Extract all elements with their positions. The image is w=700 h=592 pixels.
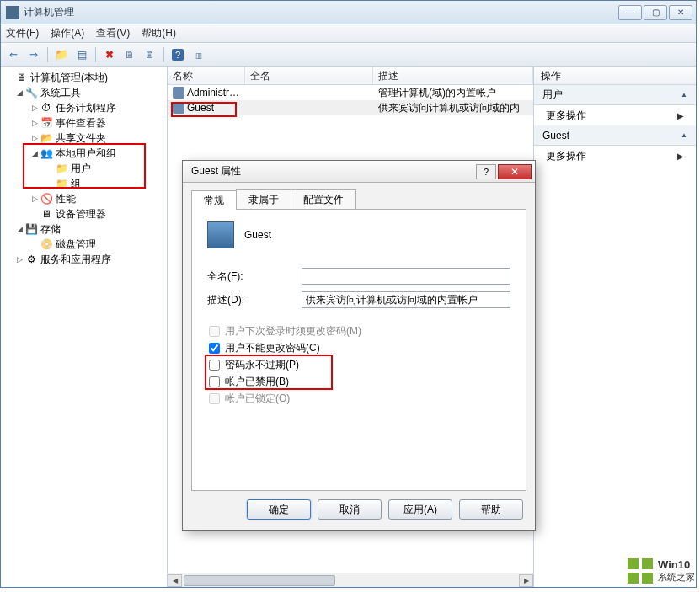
tree-eventviewer[interactable]: ▷📅事件查看器 — [3, 115, 165, 131]
chk-locked: 帐户已锁定(O) — [209, 390, 510, 407]
doc-button-2[interactable] — [141, 45, 159, 64]
list-icon — [77, 49, 87, 61]
menu-help[interactable]: 帮助(H) — [142, 26, 176, 40]
checkbox[interactable] — [209, 376, 220, 387]
action-label: 更多操作 — [546, 149, 586, 163]
group-label: 用户 — [542, 88, 563, 102]
tree-label: 系统工具 — [40, 86, 81, 100]
col-desc[interactable]: 描述 — [373, 67, 533, 84]
props-button[interactable] — [72, 45, 91, 64]
columns-button[interactable] — [189, 45, 207, 64]
help-button[interactable]: 帮助 — [459, 499, 523, 520]
dialog-titlebar: Guest 属性 ? ✕ — [183, 161, 535, 183]
minimize-button[interactable]: — — [618, 5, 642, 20]
help-button[interactable] — [168, 45, 187, 64]
help-icon — [172, 49, 184, 61]
input-desc[interactable] — [302, 291, 510, 308]
forward-button[interactable] — [24, 45, 43, 64]
checkbox[interactable] — [209, 360, 220, 371]
username-label: Guest — [244, 229, 271, 241]
h-scrollbar[interactable]: ◀ ▶ — [168, 573, 533, 587]
chk-label: 密码永不过期(P) — [225, 358, 299, 372]
arrow-left-icon — [9, 49, 18, 61]
tree-groups[interactable]: 📁组 — [3, 176, 165, 191]
tree-systools[interactable]: ◢🔧系统工具 — [3, 85, 165, 100]
list-row-guest[interactable]: Guest 供来宾访问计算机或访问域的内 — [168, 100, 533, 115]
tree-disk[interactable]: 📀磁盘管理 — [3, 237, 165, 252]
tree-devmgr[interactable]: 🖥设备管理器 — [3, 206, 165, 221]
tree-localusers[interactable]: ◢👥本地用户和组 — [3, 146, 165, 161]
menu-file[interactable]: 文件(F) — [6, 26, 39, 40]
tree-label: 服务和应用程序 — [40, 253, 111, 267]
cancel-button[interactable]: 取消 — [318, 499, 382, 520]
back-button[interactable] — [4, 45, 23, 64]
separator — [163, 47, 164, 62]
arrow-icon: ▶ — [677, 152, 684, 161]
scroll-thumb[interactable] — [184, 575, 335, 586]
tree-services[interactable]: ▷⚙服务和应用程序 — [3, 252, 165, 267]
scroll-left[interactable]: ◀ — [168, 574, 182, 587]
folder-icon — [55, 48, 68, 61]
maximize-button[interactable]: ▢ — [644, 5, 667, 20]
input-fullname[interactable] — [302, 268, 510, 285]
watermark-logo — [628, 558, 653, 584]
up-button[interactable] — [52, 45, 71, 64]
dialog-help-button[interactable]: ? — [476, 164, 496, 179]
tree-shared[interactable]: ▷📂共享文件夹 — [3, 131, 165, 146]
actions-more-1[interactable]: 更多操作▶ — [534, 105, 696, 125]
actions-more-2[interactable]: 更多操作▶ — [534, 146, 696, 166]
collapse-icon: ▲ — [681, 91, 687, 99]
tab-member[interactable]: 隶属于 — [236, 189, 291, 209]
delete-button[interactable] — [100, 45, 119, 64]
scroll-right[interactable]: ▶ — [519, 574, 533, 587]
col-fullname[interactable]: 全名 — [245, 67, 373, 84]
user-avatar-icon — [207, 221, 234, 248]
user-icon — [173, 87, 184, 99]
scroll-track[interactable] — [182, 574, 519, 587]
ok-button[interactable]: 确定 — [247, 499, 311, 520]
tree-label: 存储 — [40, 222, 61, 237]
close-button[interactable]: ✕ — [669, 5, 692, 20]
watermark: Win10 系统之家 — [628, 558, 695, 584]
wm-line1: Win10 — [658, 558, 695, 571]
arrow-icon: ▶ — [677, 111, 684, 120]
row-fullname: 全名(F): — [207, 265, 510, 287]
tree-storage[interactable]: ◢💾存储 — [3, 221, 165, 237]
watermark-text: Win10 系统之家 — [658, 558, 695, 584]
checkbox[interactable] — [209, 343, 220, 354]
user-icon — [173, 102, 184, 114]
actions-group-users[interactable]: 用户▲ — [534, 85, 696, 105]
tab-profile[interactable]: 配置文件 — [291, 189, 356, 209]
tree: 🖥计算机管理(本地) ◢🔧系统工具 ▷⏱任务计划程序 ▷📅事件查看器 ▷📂共享文… — [3, 70, 165, 267]
menu-view[interactable]: 查看(V) — [96, 26, 130, 40]
tree-perf[interactable]: ▷🚫性能 — [3, 191, 165, 206]
apply-button[interactable]: 应用(A) — [388, 499, 452, 520]
chk-never-expire[interactable]: 密码永不过期(P) — [209, 356, 510, 373]
actions-group-guest[interactable]: Guest▲ — [534, 125, 696, 146]
tree-root[interactable]: 🖥计算机管理(本地) — [3, 70, 165, 85]
tree-tasksched[interactable]: ▷⏱任务计划程序 — [3, 100, 165, 115]
collapse-icon: ▲ — [681, 131, 687, 139]
tree-root-label: 计算机管理(本地) — [30, 71, 108, 85]
list-row-admin[interactable]: Administrat... 管理计算机(域)的内置帐户 — [168, 85, 533, 100]
actions-pane: 操作 用户▲ 更多操作▶ Guest▲ 更多操作▶ — [533, 67, 696, 587]
dialog-title: Guest 属性 — [191, 164, 476, 179]
tab-general[interactable]: 常规 — [191, 190, 237, 210]
window-title: 计算机管理 — [24, 5, 618, 19]
cell-name: Administrat... — [187, 87, 245, 99]
doc-icon — [125, 49, 135, 61]
chk-label: 用户不能更改密码(C) — [225, 341, 320, 355]
chk-label: 帐户已锁定(O) — [225, 392, 290, 406]
col-name[interactable]: 名称 — [168, 67, 245, 84]
chk-must-change: 用户下次登录时须更改密码(M) — [209, 323, 510, 339]
chk-disabled[interactable]: 帐户已禁用(B) — [209, 373, 510, 390]
dialog-close-button[interactable]: ✕ — [498, 164, 532, 179]
chk-cannot-change[interactable]: 用户不能更改密码(C) — [209, 339, 510, 356]
doc-button[interactable] — [120, 45, 139, 64]
menu-action[interactable]: 操作(A) — [51, 26, 84, 40]
checkbox — [209, 393, 220, 404]
dialog-buttons: 确定 取消 应用(A) 帮助 — [191, 491, 526, 523]
titlebar: 计算机管理 — ▢ ✕ — [1, 1, 696, 24]
tree-users[interactable]: 📁用户 — [3, 161, 165, 176]
arrow-right-icon — [29, 49, 38, 61]
